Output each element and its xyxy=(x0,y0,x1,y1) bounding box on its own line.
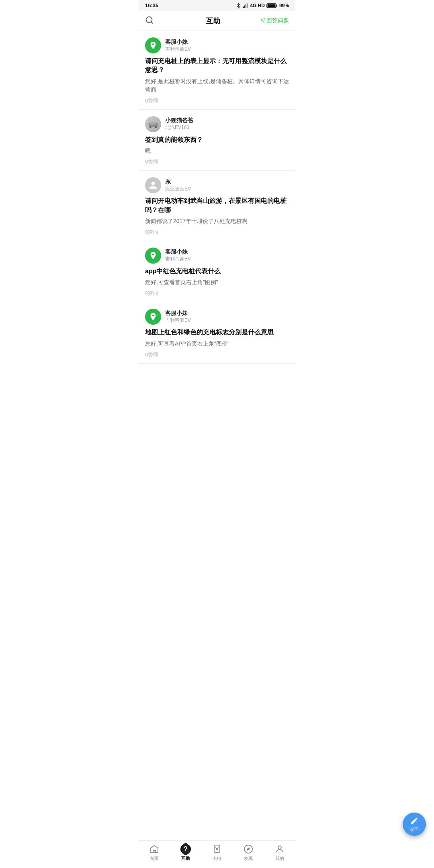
network-type: 4G HD xyxy=(250,3,265,8)
post-item[interactable]: 客服小妹 吉利帝豪EV 地图上红色和绿色的充电标志分别是什么意思 您好,可查看A… xyxy=(139,302,295,363)
user-name: 小狸猫爸爸 xyxy=(165,117,193,124)
status-right: 4G HD 99% xyxy=(235,3,289,8)
post-title[interactable]: 签到真的能领东西？ xyxy=(145,135,289,144)
post-likes: 0赞同 xyxy=(145,229,289,236)
user-info: 小狸猫爸爸 北汽EV160 xyxy=(165,117,193,131)
search-icon[interactable] xyxy=(145,16,154,25)
header: 互助 待回答问题 xyxy=(139,11,295,31)
post-title[interactable]: 请问开电动车到武当山旅游，在景区有国电的电桩吗？在哪 xyxy=(145,197,289,215)
post-list: 客服小妹 吉利帝豪EV 请问充电桩上的表上显示：无可用整流模块是什么意思？ 您好… xyxy=(139,31,295,364)
post-title[interactable]: app中红色充电桩代表什么 xyxy=(145,267,289,276)
avatar xyxy=(145,37,161,53)
car-avatar-image xyxy=(147,120,159,128)
post-answer: 您好,可查看首页右上角"图例" xyxy=(145,278,289,287)
post-answer: 嗯 xyxy=(145,147,289,155)
post-title[interactable]: 请问充电桩上的表上显示：无可用整流模块是什么意思？ xyxy=(145,57,289,75)
signal-icon xyxy=(243,3,248,8)
post-answer: 您好,可查看APP首页右上角"图例" xyxy=(145,340,289,348)
svg-point-11 xyxy=(149,126,151,128)
post-likes: 0赞同 xyxy=(145,351,289,358)
bluetooth-icon xyxy=(235,3,241,8)
location-pin-icon xyxy=(149,312,158,321)
svg-rect-10 xyxy=(150,122,156,125)
status-time: 16:35 xyxy=(145,2,158,8)
post-answer: 您好,是此桩暂时没有上线,是储备桩。具体详情可咨询下运营商 xyxy=(145,77,289,94)
avatar xyxy=(145,116,161,132)
post-header: 客服小妹 吉利帝豪EV xyxy=(145,37,289,53)
user-name: 客服小妹 xyxy=(165,39,191,46)
user-info: 东 比亚迪秦EV xyxy=(165,178,191,192)
svg-point-12 xyxy=(155,126,157,128)
battery-level: 99% xyxy=(279,3,289,8)
post-item[interactable]: 小狸猫爸爸 北汽EV160 签到真的能领东西？ 嗯 0赞同 xyxy=(139,110,295,171)
post-title[interactable]: 地图上红色和绿色的充电标志分别是什么意思 xyxy=(145,328,289,337)
post-answer: 新闻都说了2017年十堰设了八处充电桩啊 xyxy=(145,217,289,225)
post-header: 客服小妹 吉利帝豪EV xyxy=(145,309,289,325)
post-likes: 0赞同 xyxy=(145,97,289,104)
user-name: 客服小妹 xyxy=(165,310,191,317)
post-header: 小狸猫爸爸 北汽EV160 xyxy=(145,116,289,132)
post-likes: 0赞同 xyxy=(145,158,289,166)
user-car: 吉利帝豪EV xyxy=(165,256,191,262)
post-item[interactable]: 客服小妹 吉利帝豪EV app中红色充电桩代表什么 您好,可查看首页右上角"图例… xyxy=(139,241,295,302)
avatar xyxy=(145,248,161,264)
svg-rect-2 xyxy=(246,4,246,8)
post-item[interactable]: 客服小妹 吉利帝豪EV 请问充电桩上的表上显示：无可用整流模块是什么意思？ 您好… xyxy=(139,31,295,110)
user-car: 吉利帝豪EV xyxy=(165,317,191,324)
status-bar: 16:35 4G HD 99% xyxy=(139,0,295,11)
post-header: 东 比亚迪秦EV xyxy=(145,177,289,193)
post-header: 客服小妹 吉利帝豪EV xyxy=(145,248,289,264)
page-title: 互助 xyxy=(169,16,257,26)
location-pin-icon xyxy=(149,41,158,50)
svg-rect-5 xyxy=(276,4,277,6)
user-car: 比亚迪秦EV xyxy=(165,186,191,192)
user-info: 客服小妹 吉利帝豪EV xyxy=(165,39,191,53)
svg-rect-3 xyxy=(247,3,248,8)
avatar xyxy=(145,177,161,193)
battery-icon xyxy=(266,3,278,8)
post-likes: 0赞同 xyxy=(145,290,289,297)
svg-rect-1 xyxy=(244,5,245,8)
user-info: 客服小妹 吉利帝豪EV xyxy=(165,248,191,262)
user-car: 北汽EV160 xyxy=(165,124,193,131)
user-car: 吉利帝豪EV xyxy=(165,46,191,53)
location-pin-icon xyxy=(149,251,158,260)
user-name: 客服小妹 xyxy=(165,248,191,256)
post-item[interactable]: 东 比亚迪秦EV 请问开电动车到武当山旅游，在景区有国电的电桩吗？在哪 新闻都说… xyxy=(139,171,295,241)
header-left[interactable] xyxy=(145,16,169,26)
svg-rect-0 xyxy=(243,6,244,8)
user-name: 东 xyxy=(165,178,191,186)
avatar xyxy=(145,309,161,325)
svg-line-8 xyxy=(151,22,153,23)
svg-rect-6 xyxy=(267,4,275,7)
svg-point-7 xyxy=(146,17,152,23)
pending-button[interactable]: 待回答问题 xyxy=(257,17,289,25)
user-info: 客服小妹 吉利帝豪EV xyxy=(165,310,191,324)
person-icon xyxy=(149,181,158,190)
